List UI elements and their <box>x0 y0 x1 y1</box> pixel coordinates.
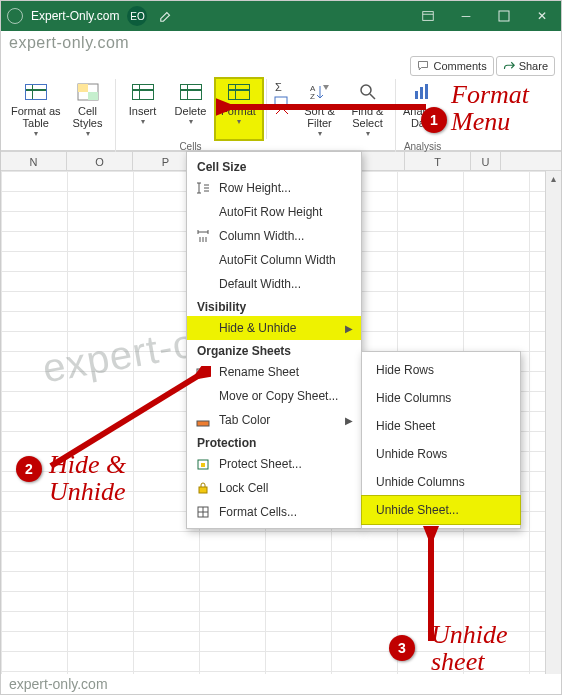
sort-filter-button[interactable]: AZ Sort & Filter ▾ <box>297 79 343 139</box>
menu-item-hide-unhide[interactable]: Hide & Unhide ▶ <box>187 316 361 340</box>
menu-item-default-width[interactable]: Default Width... <box>187 272 361 296</box>
menu-section-cell-size: Cell Size <box>187 156 361 176</box>
submenu-hide-rows[interactable]: Hide Rows <box>362 356 520 384</box>
tab-color-icon <box>195 412 211 428</box>
svg-rect-14 <box>425 84 428 99</box>
menu-item-lock-cell[interactable]: Lock Cell <box>187 476 361 500</box>
menu-item-autofit-column[interactable]: AutoFit Column Width <box>187 248 361 272</box>
header-watermark: expert-only.com <box>1 31 561 55</box>
svg-line-11 <box>370 94 375 99</box>
annotation-number-1: 1 <box>421 107 447 133</box>
menu-item-protect-sheet[interactable]: Protect Sheet... <box>187 452 361 476</box>
protect-icon <box>195 456 211 472</box>
svg-text:Σ: Σ <box>275 81 282 93</box>
svg-rect-2 <box>499 11 509 21</box>
svg-rect-21 <box>199 487 207 493</box>
group-label-analysis: Analysis <box>404 141 441 152</box>
find-select-button[interactable]: Find & Select ▾ <box>345 79 391 139</box>
menu-section-protection: Protection <box>187 432 361 452</box>
format-button[interactable]: Format ▾ <box>216 79 262 139</box>
svg-rect-5 <box>88 92 98 100</box>
cell-styles-button[interactable]: Cell Styles ▾ <box>65 79 111 139</box>
window-title: Expert-Only.com <box>31 9 119 23</box>
search-icon <box>357 81 379 103</box>
delete-button[interactable]: Delete ▾ <box>168 79 214 139</box>
annotation-unhide-sheet: Unhide sheet <box>431 621 508 676</box>
col-header[interactable]: O <box>67 152 133 170</box>
submenu-unhide-rows[interactable]: Unhide Rows <box>362 440 520 468</box>
submenu-unhide-columns[interactable]: Unhide Columns <box>362 468 520 496</box>
cell-styles-icon <box>77 81 99 103</box>
chevron-down-icon: ▾ <box>86 130 90 139</box>
svg-rect-12 <box>415 91 418 99</box>
svg-rect-15 <box>197 369 206 375</box>
menu-section-organize: Organize Sheets <box>187 340 361 360</box>
column-width-icon <box>195 228 211 244</box>
insert-cells-icon <box>132 81 154 103</box>
svg-rect-20 <box>201 463 205 467</box>
analyze-icon <box>412 81 434 103</box>
chevron-down-icon: ▾ <box>318 130 322 139</box>
svg-text:Z: Z <box>310 92 315 101</box>
svg-rect-4 <box>78 84 88 92</box>
vertical-scrollbar[interactable]: ▴ <box>545 171 561 674</box>
maximize-button[interactable] <box>485 1 523 31</box>
menu-item-autofit-row[interactable]: AutoFit Row Height <box>187 200 361 224</box>
sort-filter-icon: AZ <box>309 81 331 103</box>
comments-button[interactable]: Comments <box>410 56 493 76</box>
chevron-down-icon: ▾ <box>366 130 370 139</box>
svg-rect-13 <box>420 87 423 99</box>
annotation-hide-unhide: Hide & Unhide <box>49 451 126 506</box>
menu-section-visibility: Visibility <box>187 296 361 316</box>
scroll-up-icon[interactable]: ▴ <box>546 171 561 187</box>
submenu-arrow-icon: ▶ <box>345 323 353 334</box>
chevron-down-icon: ▾ <box>237 118 241 127</box>
rename-icon <box>195 364 211 380</box>
submenu-hide-sheet[interactable]: Hide Sheet <box>362 412 520 440</box>
submenu-arrow-icon: ▶ <box>345 415 353 426</box>
titlebar: Expert-Only.com EO ─ ✕ <box>1 1 561 31</box>
submenu-unhide-sheet[interactable]: Unhide Sheet... <box>362 496 520 524</box>
format-cells-icon <box>195 504 211 520</box>
submenu-hide-columns[interactable]: Hide Columns <box>362 384 520 412</box>
format-as-table-button[interactable]: Format as Table ▾ <box>9 79 63 139</box>
menu-item-row-height[interactable]: Row Height... <box>187 176 361 200</box>
hide-unhide-submenu: Hide Rows Hide Columns Hide Sheet Unhide… <box>361 351 521 529</box>
autosave-icon[interactable] <box>7 8 23 24</box>
annotation-format-menu: Format Menu <box>451 81 529 136</box>
format-cells-icon <box>228 81 250 103</box>
user-avatar[interactable]: EO <box>127 6 147 26</box>
annotation-number-3: 3 <box>389 635 415 661</box>
close-button[interactable]: ✕ <box>523 1 561 31</box>
col-header[interactable]: U <box>471 152 501 170</box>
svg-point-10 <box>361 85 371 95</box>
menu-item-column-width[interactable]: Column Width... <box>187 224 361 248</box>
editing-mini-buttons[interactable]: Σ <box>271 79 295 139</box>
col-header[interactable]: N <box>1 152 67 170</box>
svg-rect-7 <box>275 97 287 105</box>
ribbon-mode-icon[interactable] <box>409 1 447 31</box>
share-button[interactable]: Share <box>496 56 555 76</box>
delete-cells-icon <box>180 81 202 103</box>
menu-item-tab-color[interactable]: Tab Color ▶ <box>187 408 361 432</box>
chevron-down-icon: ▾ <box>189 118 193 127</box>
format-menu: Cell Size Row Height... AutoFit Row Heig… <box>186 151 362 529</box>
comments-label: Comments <box>433 60 486 72</box>
share-label: Share <box>519 60 548 72</box>
minimize-button[interactable]: ─ <box>447 1 485 31</box>
chevron-down-icon: ▾ <box>34 130 38 139</box>
insert-button[interactable]: Insert ▾ <box>120 79 166 139</box>
svg-rect-0 <box>423 12 434 21</box>
menu-item-rename-sheet[interactable]: Rename Sheet <box>187 360 361 384</box>
pen-icon[interactable] <box>147 1 185 31</box>
lock-icon <box>195 480 211 496</box>
table-icon <box>25 81 47 103</box>
svg-rect-17 <box>197 421 209 426</box>
annotation-number-2: 2 <box>16 456 42 482</box>
footer-watermark: expert-only.com <box>9 676 108 692</box>
menu-item-format-cells[interactable]: Format Cells... <box>187 500 361 524</box>
col-header[interactable]: T <box>405 152 471 170</box>
menu-item-move-copy[interactable]: Move or Copy Sheet... <box>187 384 361 408</box>
row-height-icon <box>195 180 211 196</box>
chevron-down-icon: ▾ <box>141 118 145 127</box>
